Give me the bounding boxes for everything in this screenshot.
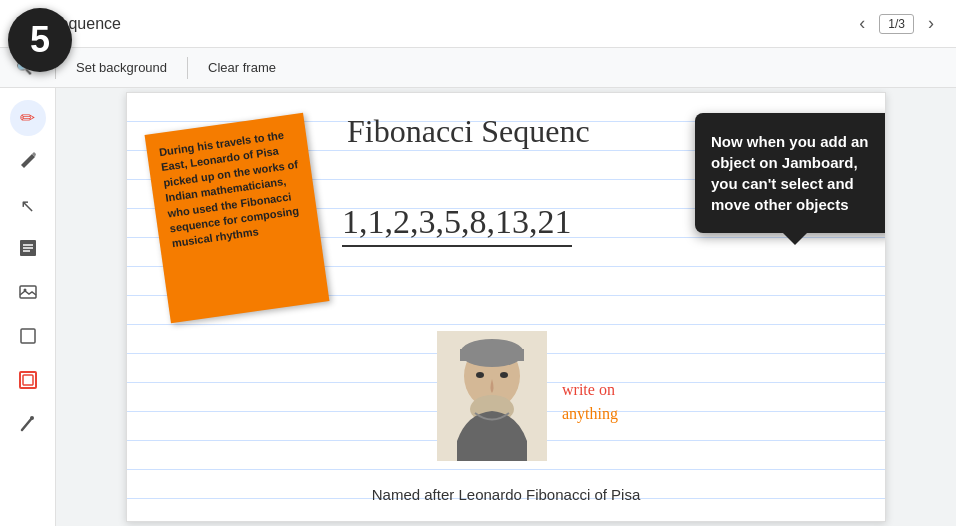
sticky-note-text: During his travels to the East, Leonardo… xyxy=(158,129,299,250)
marker-icon xyxy=(18,150,38,175)
set-background-button[interactable]: Set background xyxy=(68,56,175,79)
frame-tool-button[interactable] xyxy=(10,364,46,400)
next-slide-button[interactable]: › xyxy=(922,9,940,38)
svg-rect-4 xyxy=(20,286,36,298)
badge-number: 5 xyxy=(30,19,50,61)
title-area: acci Sequence xyxy=(16,15,853,33)
handwritten-title: Fibonacci Sequenc xyxy=(347,113,590,150)
write-on-line2: anything xyxy=(562,402,618,426)
slide-frame[interactable]: During his travels to the East, Leonardo… xyxy=(126,92,886,522)
slide-counter: 1/3 xyxy=(879,14,914,34)
sequence-text: 1,1,2,3,5,8,13,21 xyxy=(342,203,572,240)
clear-frame-button[interactable]: Clear frame xyxy=(200,56,284,79)
tooltip-text: Now when you add an object on Jamboard, … xyxy=(711,133,869,213)
image-tool-button[interactable] xyxy=(10,276,46,312)
select-tool-button[interactable]: ↖ xyxy=(10,188,46,224)
write-on-text: write on anything xyxy=(562,378,618,426)
laser-icon xyxy=(18,414,38,439)
laser-tool-button[interactable] xyxy=(10,408,46,444)
canvas-area: During his travels to the East, Leonardo… xyxy=(56,88,956,526)
svg-rect-13 xyxy=(460,349,524,361)
shape-tool-button[interactable] xyxy=(10,320,46,356)
prev-slide-button[interactable]: ‹ xyxy=(853,9,871,38)
toolbar: 🔍 ▾ Set background Clear frame xyxy=(0,48,956,88)
sticky-note-icon xyxy=(18,238,38,263)
handwritten-sequence: 1,1,2,3,5,8,13,21 xyxy=(342,203,572,247)
tooltip-bubble: Now when you add an object on Jamboard, … xyxy=(695,113,886,233)
pen-tool-button[interactable]: ✏ xyxy=(10,100,46,136)
cursor-icon: ↖ xyxy=(20,195,35,217)
shape-icon xyxy=(18,326,38,351)
image-icon xyxy=(18,282,38,307)
fibonacci-title-text: Fibonacci Sequenc xyxy=(347,113,590,149)
top-bar: acci Sequence ‹ 1/3 › xyxy=(0,0,956,48)
left-sidebar: ✏ ↖ xyxy=(0,88,56,526)
svg-rect-8 xyxy=(23,375,33,385)
svg-rect-6 xyxy=(21,329,35,343)
toolbar-divider-2 xyxy=(187,57,188,79)
svg-point-14 xyxy=(476,372,484,378)
slide-caption: Named after Leonardo Fibonacci of Pisa xyxy=(127,486,885,503)
svg-point-15 xyxy=(500,372,508,378)
svg-point-9 xyxy=(30,416,34,420)
frame-icon xyxy=(18,370,38,395)
pen-icon: ✏ xyxy=(20,107,35,129)
portrait-image xyxy=(437,331,547,461)
step-badge: 5 xyxy=(8,8,72,72)
write-on-line1: write on xyxy=(562,378,618,402)
nav-area: ‹ 1/3 › xyxy=(853,9,940,38)
portrait-area xyxy=(437,331,547,461)
sticky-note[interactable]: During his travels to the East, Leonardo… xyxy=(145,113,330,323)
sticky-note-tool-button[interactable] xyxy=(10,232,46,268)
marker-tool-button[interactable] xyxy=(10,144,46,180)
